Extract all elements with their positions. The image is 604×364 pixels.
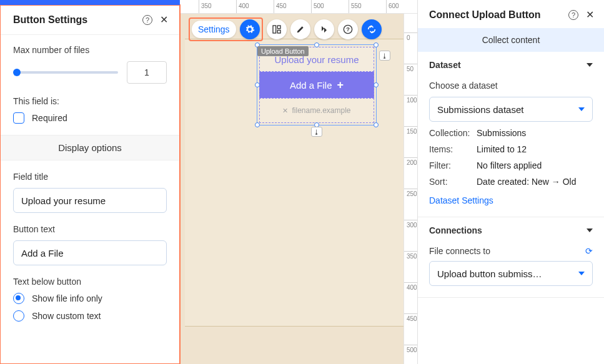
design-icon[interactable]: [290, 19, 310, 39]
ruler-tick: 150: [404, 126, 417, 135]
radio-label: Show file info only: [32, 293, 102, 303]
svg-rect-2: [277, 30, 280, 33]
connect-data-icon[interactable]: [362, 19, 382, 39]
ruler-tick: 600: [386, 0, 399, 13]
connect-panel: Connect Upload Button ? ✕ Collect conten…: [417, 0, 604, 364]
collect-content-tab[interactable]: Collect content: [418, 28, 604, 52]
sync-icon[interactable]: ⟳: [585, 246, 593, 256]
ruler-tick: 450: [404, 313, 417, 322]
choose-dataset-label: Choose a dataset: [429, 81, 593, 91]
ruler-horizontal: 350 400 450 500 550 600: [180, 0, 417, 14]
radio-icon: [13, 310, 24, 322]
items-value: Limited to 12: [477, 144, 527, 154]
widget-file-info-area: ✕ filename.example: [259, 98, 374, 123]
ruler-tick: 350: [404, 251, 417, 260]
settings-tool-group: Settings: [189, 17, 263, 41]
layout-icon[interactable]: [267, 19, 287, 39]
close-icon[interactable]: ✕: [160, 14, 168, 26]
chevron-down-icon: [578, 272, 585, 275]
widget-type-label: Upload Button: [257, 46, 309, 56]
filter-key: Filter:: [429, 160, 477, 170]
sort-key: Sort:: [429, 177, 477, 187]
ruler-tick: 100: [404, 95, 417, 104]
chevron-down-icon: [578, 107, 585, 111]
button-text-label: Button text: [13, 224, 167, 234]
connect-panel-title: Connect Upload Button: [429, 9, 568, 21]
connections-section: Connections File connects to ⟳ Upload bu…: [418, 217, 604, 298]
ruler-tick: 200: [404, 157, 417, 166]
radio-icon: [13, 293, 24, 304]
remove-file-icon: ✕: [282, 107, 288, 115]
close-icon[interactable]: ✕: [586, 9, 594, 21]
svg-text:?: ?: [346, 26, 350, 32]
top-accent-bar: [0, 0, 180, 5]
file-connects-label: File connects to: [429, 246, 490, 256]
field-title-input[interactable]: [13, 188, 167, 213]
dataset-settings-link[interactable]: Dataset Settings: [429, 195, 493, 205]
radio-file-info[interactable]: Show file info only: [13, 293, 167, 304]
upload-button-widget[interactable]: Upload Button Upload your resume Add a F…: [259, 47, 374, 123]
help-icon[interactable]: ?: [568, 10, 578, 20]
element-toolbar: Settings ?: [189, 17, 382, 41]
gear-icon[interactable]: [240, 19, 260, 39]
ruler-tick: 400: [404, 282, 417, 291]
ruler-tick: 0: [404, 32, 417, 41]
svg-rect-0: [273, 26, 276, 33]
button-text-input[interactable]: [13, 240, 167, 265]
required-checkbox[interactable]: [13, 112, 24, 124]
connect-panel-header: Connect Upload Button ? ✕: [418, 0, 604, 28]
ruler-tick: 300: [404, 220, 417, 229]
file-connects-select[interactable]: Upload button submiss…: [429, 261, 593, 286]
ruler-tick: 350: [199, 0, 212, 13]
field-is-label: This field is:: [13, 96, 167, 106]
required-label: Required: [32, 113, 67, 123]
help-tool-icon[interactable]: ?: [338, 19, 358, 39]
chevron-down-icon: [587, 229, 593, 232]
widget-add-file-button[interactable]: Add a File +: [259, 72, 374, 98]
max-files-slider[interactable]: [13, 69, 118, 76]
ruler-tick: 250: [404, 189, 417, 197]
ruler-tick: 550: [349, 0, 362, 13]
svg-rect-1: [277, 26, 280, 29]
ruler-tick: 50: [404, 64, 417, 72]
max-files-value[interactable]: 1: [127, 61, 167, 84]
download-handle-icon[interactable]: ⭳: [379, 51, 390, 61]
download-handle-icon[interactable]: ⭳: [311, 127, 322, 137]
ruler-tick: 500: [404, 345, 417, 353]
dataset-select[interactable]: Submissions dataset: [429, 97, 593, 122]
ruler-tick: 400: [236, 0, 249, 13]
items-key: Items:: [429, 144, 477, 154]
filter-value: No filters applied: [477, 160, 542, 170]
widget-button-text: Add a File: [290, 80, 332, 91]
section-title: Dataset: [429, 60, 461, 70]
radio-label: Show custom text: [32, 311, 101, 321]
ruler-tick: 500: [311, 0, 324, 13]
collection-key: Collection:: [429, 128, 477, 138]
settings-button[interactable]: Settings: [192, 21, 236, 38]
panel-title: Button Settings: [13, 14, 142, 26]
connections-section-header[interactable]: Connections: [418, 217, 604, 243]
section-title: Connections: [429, 225, 482, 235]
radio-custom-text[interactable]: Show custom text: [13, 310, 167, 322]
ruler-vertical: 0 50 100 150 200 250 300 350 400 450 500: [403, 14, 417, 364]
text-below-label: Text below button: [13, 277, 167, 287]
sort-value: Date created: New → Old: [477, 177, 577, 187]
filename-text: filename.example: [292, 106, 350, 115]
collection-value: Submissions: [477, 128, 526, 138]
help-icon[interactable]: ?: [142, 15, 152, 25]
dataset-section-header[interactable]: Dataset: [418, 52, 604, 78]
max-files-label: Max number of files: [13, 45, 167, 55]
plus-icon: +: [337, 79, 344, 91]
display-options-header: Display options: [1, 135, 179, 160]
animation-icon[interactable]: [314, 19, 334, 39]
button-settings-panel: Button Settings ? ✕ Max number of files …: [0, 5, 180, 364]
panel-header: Button Settings ? ✕: [1, 5, 179, 35]
field-title-label: Field title: [13, 172, 167, 182]
file-connects-value: Upload button submiss…: [437, 268, 578, 279]
ruler-tick: 450: [274, 0, 287, 13]
dataset-section: Dataset Choose a dataset Submissions dat…: [418, 52, 604, 217]
chevron-down-icon: [587, 63, 593, 67]
dataset-select-value: Submissions dataset: [437, 104, 578, 115]
